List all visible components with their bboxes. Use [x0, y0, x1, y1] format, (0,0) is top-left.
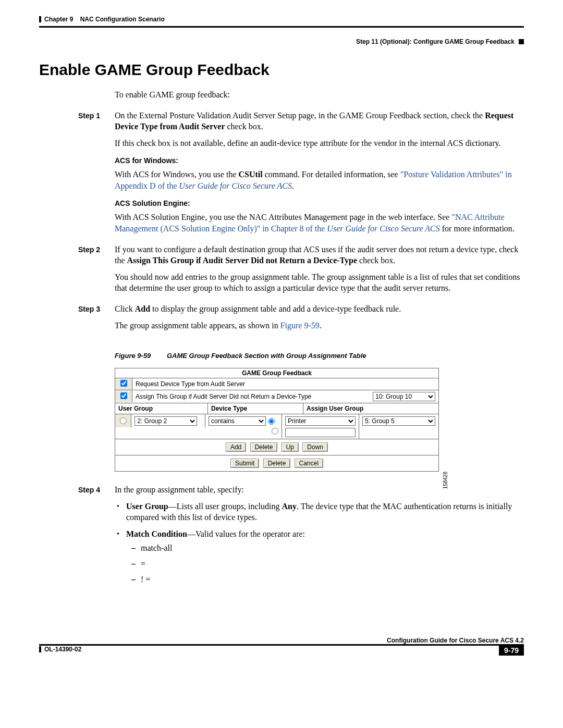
step3-p1: Click Add to display the group assignmen…: [115, 303, 524, 315]
step4-dash-eq: =: [141, 558, 524, 570]
fig-hdr-assign: Assign User Group: [303, 403, 438, 414]
step1-p1: On the External Posture Validation Audit…: [115, 110, 524, 132]
step2-p2: You should now add entries to the group …: [115, 272, 524, 294]
fig-cb-request[interactable]: [120, 380, 127, 387]
fig-delete-button[interactable]: Delete: [250, 442, 278, 452]
fig-hdr-devicetype: Device Type: [208, 403, 303, 414]
figure-caption: Figure 9-59GAME Group Feedback Section w…: [115, 352, 524, 360]
fig-match-radio-2[interactable]: [272, 428, 278, 435]
fig-value-input[interactable]: [285, 428, 356, 437]
fig-add-button[interactable]: Add: [226, 442, 246, 452]
fig-assign-select[interactable]: 5: Group 5: [362, 416, 435, 426]
fig-usergroup-select[interactable]: 2: Group 2: [134, 416, 197, 426]
page-title: Enable GAME Group Feedback: [39, 61, 524, 79]
step3-label: Step 3: [78, 303, 115, 336]
fig-cb-request-label: Request Device Type from Audit Server: [132, 379, 438, 389]
step4-bullet-usergroup: User Group—Lists all user groups, includ…: [126, 501, 524, 523]
step4-p1: In the group assignment table, specify:: [115, 484, 524, 496]
fig-submit-button[interactable]: Submit: [230, 459, 259, 468]
header-square-icon: [519, 39, 524, 44]
step1-label: Step 1: [78, 110, 115, 240]
step1-p2: If this check box is not available, defi…: [115, 138, 524, 149]
fig-cb-assign-label: Assign This Group if Audit Server Did no…: [136, 393, 311, 400]
acs-windows-heading: ACS for Windows:: [115, 156, 524, 166]
header-mark: [39, 16, 41, 22]
fig-title: GAME Group Feedback: [115, 368, 438, 378]
header-right: Step 11 (Optional): Configure GAME Group…: [356, 38, 524, 45]
fig-match-radio-1[interactable]: [268, 418, 275, 425]
fig-hdr-usergroup: User Group: [115, 403, 208, 414]
fig-up-button[interactable]: Up: [282, 442, 299, 452]
intro-text: To enable GAME group feedback:: [115, 89, 524, 101]
step2-p1: If you want to configure a default desti…: [115, 244, 524, 266]
step4-label: Step 4: [78, 484, 115, 590]
fig-cb-assign[interactable]: [120, 392, 127, 399]
fig-down-button[interactable]: Down: [302, 442, 328, 452]
acs-solution-text: With ACS Solution Engine, you use the NA…: [115, 212, 524, 234]
figure-panel: GAME Group Feedback Request Device Type …: [115, 368, 438, 472]
acs-windows-text: With ACS for Windows, you use the CSUtil…: [115, 169, 524, 191]
fig-default-group-select[interactable]: 10: Group 10: [373, 392, 435, 401]
footer-guide: Configuration Guide for Cisco Secure ACS…: [387, 637, 524, 644]
step4-dash-matchall: match-all: [141, 542, 524, 554]
header-left: Chapter 9 NAC Configuration Scenario: [39, 16, 165, 23]
fig-value-select[interactable]: Printer: [285, 416, 356, 426]
fig-cancel-button[interactable]: Cancel: [295, 459, 323, 468]
fig-row-radio[interactable]: [120, 417, 127, 424]
fig-delete2-button[interactable]: Delete: [263, 459, 291, 468]
figure-ref-link[interactable]: Figure 9-59: [280, 321, 320, 330]
step2-label: Step 2: [78, 244, 115, 299]
step4-dash-neq: ! =: [141, 574, 524, 585]
step3-p2: The group assignment table appears, as s…: [115, 320, 524, 331]
acs-solution-heading: ACS Solution Engine:: [115, 199, 524, 208]
page-number: 9-79: [499, 645, 524, 656]
footer-doc-id: OL-14390-02: [39, 646, 81, 653]
fig-operator-select[interactable]: contains: [209, 416, 266, 426]
step4-bullet-match: Match Condition—Valid values for the ope…: [126, 528, 524, 585]
figure-id: 158428: [443, 472, 448, 489]
